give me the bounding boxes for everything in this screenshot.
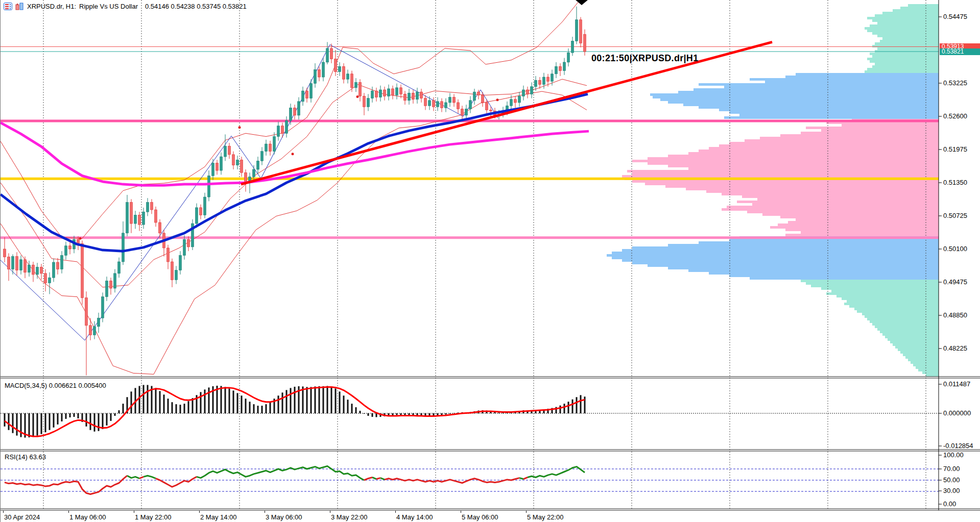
- rsi-line: [523, 478, 528, 479]
- volume-profile-row: [648, 157, 939, 160]
- candle-body: [428, 101, 431, 106]
- volume-profile-row: [865, 70, 939, 73]
- time-tick: [330, 511, 330, 513]
- candle-body: [461, 109, 464, 115]
- volume-profile-row: [660, 98, 939, 101]
- candle-body: [167, 248, 170, 262]
- time-axis[interactable]: 30 Apr 20241 May 06:001 May 22:002 May 1…: [1, 511, 980, 522]
- volume-profile-row: [865, 27, 939, 30]
- candle-body: [384, 90, 386, 96]
- volume-profile-row: [747, 211, 939, 213]
- volume-profile-row: [745, 139, 939, 142]
- symbol-title: XRPUSD.dr, H1:: [27, 3, 76, 10]
- fractal-markers: [79, 95, 499, 240]
- volume-profile-row: [622, 249, 939, 252]
- indicator-axis-label: 0.00: [943, 500, 956, 508]
- candle-body: [151, 202, 153, 210]
- volume-profile-row: [872, 55, 939, 58]
- volume-profile-row: [893, 343, 939, 346]
- candle-body: [134, 215, 137, 223]
- volume-profile-row: [877, 47, 939, 50]
- volume-profile-row: [706, 190, 939, 193]
- candle-body: [580, 20, 582, 43]
- candle-body: [453, 97, 456, 103]
- volume-profile-row: [688, 167, 939, 170]
- volume-profile-row: [870, 53, 939, 55]
- ma-magenta-line: [1, 122, 589, 185]
- candle-body: [20, 260, 22, 270]
- candle-body: [314, 69, 317, 83]
- volume-profile-row: [875, 14, 939, 17]
- volume-profile-row: [622, 175, 939, 178]
- candle-body: [351, 74, 353, 88]
- volume-profile-row: [694, 88, 939, 91]
- volume-profile-row: [903, 354, 939, 356]
- volume-profile-row: [862, 313, 939, 315]
- macd-label: MACD(5,34,5) 0.006621 0.005400: [5, 382, 106, 389]
- candle-body: [81, 244, 84, 298]
- candle-body: [98, 318, 100, 327]
- candle-body: [102, 297, 104, 318]
- candle-body: [482, 95, 484, 103]
- bar-chart-icon[interactable]: [15, 3, 24, 10]
- candle-body: [347, 74, 349, 79]
- candle-body: [130, 202, 133, 223]
- time-label: 1 May 06:00: [69, 513, 106, 521]
- candle-body: [441, 102, 443, 108]
- candle-body: [265, 144, 268, 152]
- candle-body: [257, 161, 259, 169]
- volume-profile-row: [668, 267, 939, 269]
- chart-canvas[interactable]: MACD(5,34,5) 0.006621 0.005400RSI(14) 63…: [1, 0, 980, 511]
- volume-profile-row: [867, 68, 939, 70]
- zigzag: [1, 45, 498, 340]
- volume-profile-row: [844, 303, 939, 305]
- candle-body: [420, 92, 423, 98]
- rsi-line: [364, 478, 372, 481]
- volume-profile-row: [760, 137, 939, 139]
- volume-profile-row: [880, 40, 939, 42]
- candle-body: [277, 126, 280, 137]
- candle-body: [522, 90, 525, 96]
- candle-body: [576, 20, 578, 41]
- price-axis[interactable]: 0.544750.532250.526000.519750.513500.507…: [939, 0, 973, 510]
- candle-body: [183, 239, 186, 255]
- fractal-dot: [356, 95, 359, 98]
- bollinger-bands: [1, 0, 587, 374]
- time-tick: [68, 511, 69, 513]
- trading-chart-window: MACD(5,34,5) 0.006621 0.005400RSI(14) 63…: [0, 0, 980, 522]
- quotes-list-icon[interactable]: [4, 3, 12, 10]
- candle-body: [318, 69, 321, 77]
- candle-body: [555, 66, 558, 74]
- candle-body: [359, 82, 362, 96]
- volume-profile-row: [632, 180, 939, 183]
- chart-title-bar: XRPUSD.dr, H1: Ripple Vs US Dollar 0.541…: [4, 2, 247, 11]
- volume-profile-row: [762, 213, 939, 216]
- volume-profile-row: [796, 73, 939, 76]
- candle-body: [224, 146, 227, 157]
- candle-body: [379, 90, 382, 97]
- time-label: 3 May 22:00: [331, 513, 368, 521]
- volume-profile-row: [801, 231, 939, 234]
- candle-body: [445, 103, 447, 108]
- volume-profile-row: [867, 30, 939, 32]
- volume-profile-row: [811, 285, 939, 287]
- volume-profile-row: [900, 351, 939, 354]
- candle-body: [187, 239, 190, 247]
- volume-profile-row: [806, 282, 939, 285]
- time-label: 5 May 22:00: [527, 513, 564, 521]
- volume-profile-row: [683, 104, 939, 106]
- volume-profile-row: [648, 162, 939, 165]
- volume-profile-row: [882, 333, 939, 336]
- candle-body: [330, 48, 333, 59]
- volume-profile-row: [918, 369, 939, 371]
- volume-profile-row: [750, 78, 939, 81]
- volume-profile-row: [877, 35, 939, 37]
- time-label: 3 May 06:00: [266, 513, 302, 521]
- price-label: 0.51975: [943, 145, 967, 153]
- volume-profile-row: [908, 359, 939, 361]
- candle-body: [531, 87, 533, 94]
- volume-profile-row: [916, 366, 939, 369]
- volume-profile-row: [877, 328, 939, 331]
- candle-body: [93, 327, 96, 335]
- volume-profile-row: [870, 320, 939, 323]
